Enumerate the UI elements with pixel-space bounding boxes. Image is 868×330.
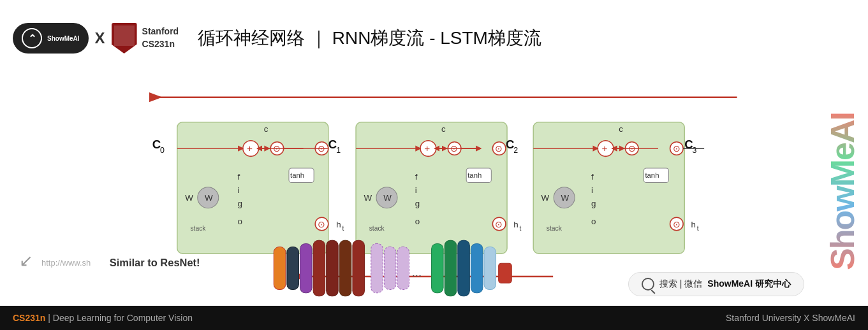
svg-rect-98 — [397, 247, 409, 290]
svg-text:⊙: ⊙ — [673, 143, 680, 154]
svg-text:+: + — [601, 143, 607, 154]
svg-text:W: W — [541, 193, 550, 203]
svg-text:h: h — [513, 220, 518, 229]
svg-text:i: i — [238, 185, 240, 195]
svg-text:g: g — [238, 199, 242, 208]
svg-text:Similar to ResNet!: Similar to ResNet! — [110, 257, 200, 268]
svg-text:o: o — [415, 217, 420, 226]
svg-text:i: i — [591, 185, 593, 195]
svg-text:stack: stack — [190, 225, 206, 232]
search-icon — [642, 278, 654, 291]
svg-rect-101 — [445, 240, 457, 296]
svg-text:⊙: ⊙ — [673, 219, 680, 229]
svg-text:tanh: tanh — [290, 171, 304, 179]
svg-rect-95 — [353, 240, 365, 296]
header: ⌃ ShowMeAI X Stanford CS231n 循环神经网络 ｜ RN… — [0, 0, 868, 76]
svg-text:t: t — [697, 225, 699, 232]
svg-text:c: c — [441, 124, 446, 134]
footer-right: Stanford University X ShowMeAI — [726, 313, 855, 323]
svg-text:W: W — [205, 193, 213, 203]
svg-text:h: h — [691, 220, 696, 229]
svg-text:stack: stack — [547, 225, 563, 232]
svg-rect-103 — [471, 243, 483, 292]
svg-rect-89 — [274, 247, 286, 290]
footer-description: | — [48, 313, 50, 323]
svg-text:t: t — [520, 225, 522, 232]
svg-rect-90 — [287, 247, 299, 290]
svg-text:stack: stack — [369, 225, 385, 232]
svg-text:c: c — [264, 124, 268, 134]
stanford-text: Stanford CS231n — [142, 25, 179, 50]
svg-text:W: W — [561, 193, 570, 203]
showmeai-label: ShowMeAI — [47, 34, 80, 43]
page-title: 循环神经网络 ｜ RNN梯度流 - LSTM梯度流 — [198, 26, 541, 50]
lstm-diagram: C 0 W W stack + ⊙ f i g o — [13, 83, 804, 299]
svg-text:1: 1 — [336, 146, 341, 155]
svg-text:h: h — [336, 220, 341, 229]
svg-text:+: + — [247, 143, 253, 154]
svg-rect-94 — [339, 240, 351, 296]
svg-text:3: 3 — [693, 146, 697, 155]
svg-rect-104 — [484, 247, 496, 290]
svg-text:...: ... — [412, 266, 422, 279]
svg-rect-91 — [300, 243, 313, 292]
svg-rect-102 — [458, 240, 470, 296]
svg-text:o: o — [591, 217, 596, 226]
svg-text:tanh: tanh — [467, 171, 482, 179]
search-label: 搜索 | 微信 — [659, 278, 702, 290]
svg-rect-100 — [432, 243, 444, 292]
svg-text:W: W — [185, 193, 193, 203]
svg-text:o: o — [238, 217, 242, 226]
svg-rect-92 — [313, 240, 325, 296]
svg-rect-93 — [327, 240, 339, 296]
main-content: C 0 W W stack + ⊙ f i g o — [0, 76, 868, 306]
diagram-area: C 0 W W stack + ⊙ f i g o — [0, 76, 817, 306]
svg-text:⊙: ⊙ — [496, 219, 503, 229]
url-text: http://www.sh — [41, 258, 91, 268]
footer-course: CS231n — [13, 313, 45, 323]
svg-text:+: + — [424, 143, 430, 154]
cursor-icon: ↙ — [19, 251, 33, 271]
stanford-shield-icon — [112, 23, 137, 54]
svg-text:tanh: tanh — [645, 171, 659, 179]
watermark: ShowMeAI — [817, 76, 868, 306]
svg-text:⊙: ⊙ — [318, 219, 325, 229]
svg-text:⊙: ⊙ — [496, 143, 503, 154]
svg-text:f: f — [238, 172, 240, 182]
svg-text:f: f — [591, 172, 594, 182]
svg-rect-105 — [499, 263, 512, 283]
search-brand: ShowMeAI 研究中心 — [707, 278, 791, 290]
svg-text:W: W — [383, 193, 392, 203]
svg-text:2: 2 — [513, 146, 518, 155]
svg-text:W: W — [364, 193, 372, 203]
showmeai-icon: ⌃ — [22, 28, 42, 48]
svg-text:0: 0 — [160, 146, 165, 155]
search-box[interactable]: 搜索 | 微信 ShowMeAI 研究中心 — [628, 272, 804, 296]
svg-rect-97 — [384, 247, 396, 290]
showmeai-logo: ⌃ ShowMeAI — [13, 23, 89, 54]
svg-rect-96 — [371, 243, 383, 292]
stanford-logo: Stanford CS231n — [112, 23, 179, 54]
footer-left: CS231n | Deep Learning for Computer Visi… — [13, 313, 193, 323]
svg-text:g: g — [591, 199, 596, 208]
svg-text:t: t — [342, 225, 344, 232]
svg-text:g: g — [415, 199, 420, 208]
svg-text:i: i — [415, 185, 417, 195]
watermark-text: ShowMeAI — [823, 113, 862, 270]
footer-desc-text: Deep Learning for Computer Vision — [53, 313, 193, 323]
svg-text:f: f — [415, 172, 418, 182]
times-symbol: X — [95, 29, 105, 47]
svg-text:c: c — [619, 124, 623, 134]
footer: CS231n | Deep Learning for Computer Visi… — [0, 306, 868, 330]
